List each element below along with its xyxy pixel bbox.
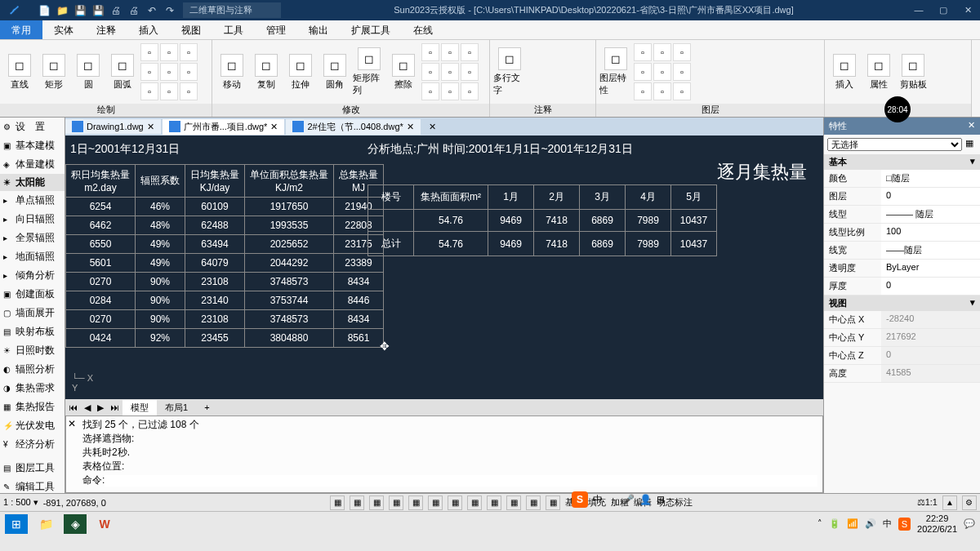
close-button[interactable]: ✕ [956, 5, 980, 16]
tool-annotate-0[interactable]: ◻多行文字 [493, 47, 526, 96]
ime-punct-icon[interactable]: ， [608, 493, 617, 507]
tool-draw-small-7[interactable]: ▫ [160, 82, 178, 100]
tool-modify-0[interactable]: ◻移动 [216, 54, 248, 91]
tool-layer-small-6[interactable]: ▫ [634, 82, 652, 100]
tool-layer-small-4[interactable]: ▫ [653, 63, 671, 81]
tool-layer-small-7[interactable]: ▫ [653, 82, 671, 100]
ribbon-tab-6[interactable]: 管理 [255, 20, 297, 39]
tool-modify-4[interactable]: ◻矩形阵列 [353, 47, 385, 96]
props-selection[interactable]: 无选择 [827, 138, 962, 151]
taskbar-start[interactable]: ⊞ [5, 514, 28, 534]
tool-draw-1[interactable]: ◻矩形 [38, 54, 70, 91]
ime-mic-icon[interactable]: 🎤 [622, 494, 635, 505]
props-val[interactable]: ByLayer [881, 260, 980, 277]
sidebar-item-7[interactable]: ▸地面辐照 [0, 247, 65, 266]
status-toggle-9[interactable]: ▦ [506, 495, 521, 510]
sidebar-item-17[interactable]: ¥经济分析 [0, 435, 65, 454]
ribbon-tab-8[interactable]: 扩展工具 [340, 20, 402, 39]
ribbon-tab-9[interactable]: 在线 [402, 20, 444, 39]
tool-modify-small-7[interactable]: ▫ [441, 82, 459, 100]
tool-draw-small-4[interactable]: ▫ [160, 63, 178, 81]
ribbon-tab-3[interactable]: 插入 [127, 20, 170, 39]
sidebar-item-6[interactable]: ▸全景辐照 [0, 229, 65, 247]
layout-nav-last[interactable]: ⏭ [107, 402, 122, 412]
tool-draw-0[interactable]: ◻直线 [3, 54, 36, 91]
tool-modify-small-4[interactable]: ▫ [441, 63, 459, 81]
qat-save-icon[interactable]: 💾 [74, 4, 87, 17]
status-toggle-4[interactable]: ▦ [408, 495, 423, 510]
tray-sound-icon[interactable]: 🔊 [865, 518, 876, 529]
status-toggle-0[interactable]: ▦ [330, 495, 345, 510]
ime-lang[interactable]: 中 [593, 493, 603, 507]
tool-layer-small-8[interactable]: ▫ [673, 82, 691, 100]
tray-notifications-icon[interactable]: 💬 [964, 518, 975, 529]
tool-modify-small-1[interactable]: ▫ [441, 43, 459, 61]
status-toggle-2[interactable]: ▦ [369, 495, 384, 510]
props-group-视图[interactable]: 视图▾ [824, 295, 980, 311]
tool-modify-2[interactable]: ◻拉伸 [284, 54, 317, 91]
props-val[interactable]: 0 [881, 188, 980, 205]
sidebar-item-8[interactable]: ▸倾角分析 [0, 266, 65, 285]
sidebar-item-4[interactable]: ▸单点辐照 [0, 191, 65, 210]
status-toggle-6[interactable]: ▦ [448, 495, 462, 510]
taskbar-wps[interactable]: W [93, 514, 116, 534]
tool-modify-small-2[interactable]: ▫ [461, 43, 479, 61]
status-toggle-1[interactable]: ▦ [350, 495, 364, 510]
cmd-close-icon[interactable]: ✕ [68, 418, 76, 429]
tray-clock[interactable]: 22:29 2022/6/21 [917, 513, 957, 533]
ime-skin-icon[interactable]: 👤 [639, 494, 652, 505]
qat-new-icon[interactable]: 📄 [38, 4, 51, 17]
workspace-selector[interactable]: 二维草图与注释 [183, 2, 281, 18]
props-group-基本[interactable]: 基本▾ [824, 154, 980, 170]
props-val[interactable]: 100 [881, 224, 980, 241]
tool-draw-3[interactable]: ◻圆弧 [106, 54, 139, 91]
tool-draw-small-8[interactable]: ▫ [180, 82, 198, 100]
ribbon-tab-4[interactable]: 视图 [170, 20, 212, 39]
doctab-2[interactable]: 2#住宅（节...0408.dwg*✕ [286, 119, 420, 135]
tool-layer-small-5[interactable]: ▫ [673, 63, 691, 81]
status-toggle-10[interactable]: ▦ [526, 495, 541, 510]
sidebar-item-9[interactable]: ▣创建面板 [0, 285, 65, 304]
ribbon-tab-2[interactable]: 注释 [85, 20, 127, 39]
tool-layer-small-2[interactable]: ▫ [673, 43, 691, 61]
ribbon-tab-1[interactable]: 实体 [42, 20, 85, 39]
qat-redo-icon[interactable]: ↷ [163, 4, 176, 17]
status-scale[interactable]: 1 : 500 ▾ [3, 497, 38, 508]
tool-draw-small-2[interactable]: ▫ [180, 43, 198, 61]
cmd-input[interactable] [105, 475, 817, 487]
tool-modify-small-6[interactable]: ▫ [421, 82, 439, 100]
tool-block-0[interactable]: ◻插入 [828, 54, 861, 91]
tool-modify-small-5[interactable]: ▫ [461, 63, 479, 81]
minimize-button[interactable]: — [906, 5, 931, 16]
layout-nav-next[interactable]: ▶ [94, 402, 107, 413]
sidebar-item-19[interactable]: ▤图层工具 [0, 459, 65, 478]
tool-draw-small-5[interactable]: ▫ [180, 63, 198, 81]
status-toggle-5[interactable]: ▦ [428, 495, 443, 510]
layout-nav-first[interactable]: ⏮ [65, 402, 81, 412]
props-val[interactable]: ——— 随层 [881, 206, 980, 223]
tool-draw-small-6[interactable]: ▫ [140, 82, 158, 100]
tool-modify-5[interactable]: ◻擦除 [387, 54, 420, 91]
sidebar-item-20[interactable]: ✎编辑工具 [0, 478, 65, 493]
tool-layer-small-3[interactable]: ▫ [634, 63, 652, 81]
status-toggle-8[interactable]: ▦ [487, 495, 501, 510]
sidebar-item-5[interactable]: ▸向日辐照 [0, 210, 65, 229]
tray-ime-icon[interactable]: 中 [883, 518, 892, 530]
tool-layer-small-1[interactable]: ▫ [653, 43, 671, 61]
qat-plot-icon[interactable]: 🖨 [109, 4, 122, 17]
tool-modify-small-8[interactable]: ▫ [461, 82, 479, 100]
status-toggle-7[interactable]: ▦ [467, 495, 482, 510]
tray-battery-icon[interactable]: 🔋 [829, 518, 840, 529]
sidebar-item-14[interactable]: ◑集热需求 [0, 379, 65, 398]
tab-add[interactable]: + [196, 401, 217, 414]
tool-modify-small-0[interactable]: ▫ [421, 43, 439, 61]
status-toggle-3[interactable]: ▦ [389, 495, 403, 510]
status-btn-b[interactable]: ⚙ [962, 495, 977, 510]
status-btn-a[interactable]: ▲ [942, 495, 957, 510]
props-val[interactable]: ——随层 [881, 242, 980, 259]
sidebar-item-1[interactable]: ▣基本建模 [0, 136, 65, 155]
tool-draw-small-0[interactable]: ▫ [140, 43, 158, 61]
sidebar-item-3[interactable]: ☀太阳能 [0, 174, 65, 191]
sidebar-item-2[interactable]: ◈体量建模 [0, 155, 65, 174]
sidebar-item-16[interactable]: ⚡光伏发电 [0, 416, 65, 435]
